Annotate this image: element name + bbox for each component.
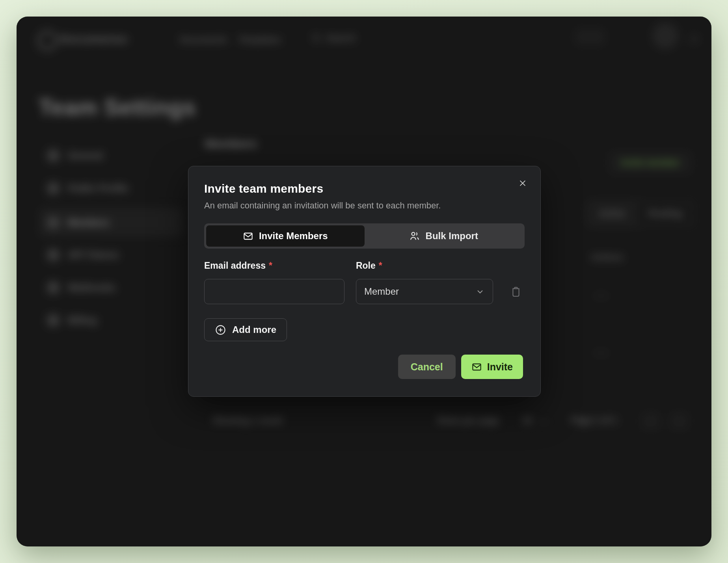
close-icon[interactable] [516,177,529,190]
email-input[interactable] [204,279,344,304]
envelope-icon [243,231,253,242]
add-more-button[interactable]: Add more [204,318,287,341]
role-select[interactable]: Member [356,279,493,304]
invite-team-members-dialog: Invite team members An email containing … [188,166,541,397]
email-label: Email address* [204,260,344,271]
trash-icon [510,285,522,298]
dialog-footer: Cancel Invite [398,355,523,379]
cancel-button[interactable]: Cancel [398,355,456,379]
invite-button[interactable]: Invite [461,355,523,379]
dialog-title: Invite team members [204,182,525,195]
required-marker: * [269,260,272,271]
plus-circle-icon [215,324,226,336]
tab-bulk-import[interactable]: Bulk Import [365,225,523,247]
role-selected-value: Member [364,286,475,297]
envelope-icon [471,362,482,372]
role-field-group: Role* Member [356,260,493,304]
tab-invite-members[interactable]: Invite Members [206,225,365,247]
email-field-group: Email address* [204,260,344,304]
dialog-subtitle: An email containing an invitation will b… [204,201,525,211]
app-window: Documenso Documents Templates Search Tea… [17,17,711,546]
page-background: Documenso Documents Templates Search Tea… [0,0,728,563]
remove-row-button[interactable] [507,279,525,304]
required-marker: * [379,260,382,271]
chevron-down-icon [475,287,485,296]
invite-mode-tabs: Invite Members Bulk Import [204,223,525,249]
users-icon [409,230,420,242]
role-label: Role* [356,260,493,271]
invite-row: Email address* Role* Member [204,260,525,304]
